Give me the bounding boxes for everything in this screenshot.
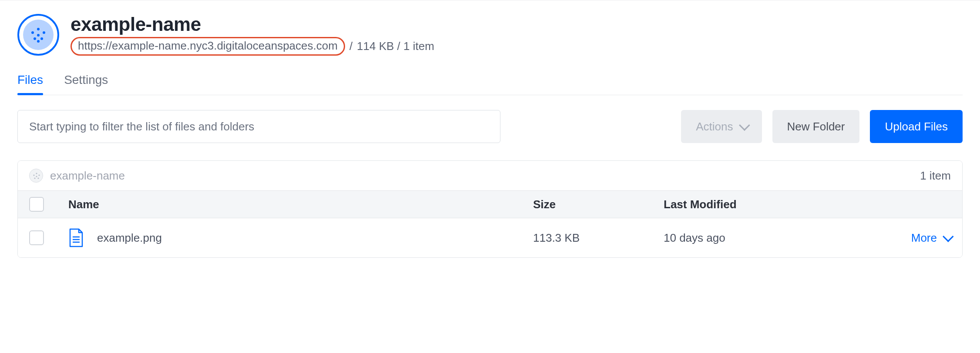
svg-point-3 <box>34 37 36 40</box>
actions-button[interactable]: Actions <box>681 110 762 143</box>
col-size[interactable]: Size <box>533 198 664 211</box>
breadcrumb-bar: example-name 1 item <box>18 161 962 190</box>
files-card: example-name 1 item Name Size Last Modif… <box>17 160 963 258</box>
bucket-subline: https://example-name.nyc3.digitaloceansp… <box>70 37 434 56</box>
breadcrumb-path[interactable]: example-name <box>50 169 125 183</box>
bucket-avatar-icon <box>23 20 54 50</box>
page-header: example-name https://example-name.nyc3.d… <box>17 13 963 56</box>
file-modified: 10 days ago <box>664 231 864 245</box>
col-name[interactable]: Name <box>68 198 533 211</box>
bucket-endpoint-highlight: https://example-name.nyc3.digitaloceansp… <box>70 37 345 56</box>
subline-separator: / <box>349 40 352 53</box>
svg-point-10 <box>34 177 35 179</box>
tabs: Files Settings <box>17 73 963 95</box>
col-modified[interactable]: Last Modified <box>664 198 864 211</box>
actions-label: Actions <box>696 120 733 133</box>
file-icon <box>68 228 84 247</box>
svg-point-5 <box>37 34 40 37</box>
filter-input[interactable] <box>17 110 500 143</box>
svg-point-1 <box>31 31 34 34</box>
toolbar: Actions New Folder Upload Files <box>17 110 963 143</box>
more-menu[interactable]: More <box>864 231 951 245</box>
chevron-down-icon <box>739 120 750 130</box>
svg-point-6 <box>37 40 40 43</box>
table-header: Name Size Last Modified <box>18 190 962 218</box>
svg-point-11 <box>37 177 39 179</box>
upload-files-button[interactable]: Upload Files <box>870 110 963 143</box>
svg-point-0 <box>37 28 40 30</box>
svg-point-12 <box>36 176 37 177</box>
bucket-avatar <box>17 14 59 56</box>
svg-point-9 <box>38 174 40 176</box>
new-folder-button[interactable]: New Folder <box>772 110 860 143</box>
file-name: example.png <box>97 231 162 245</box>
row-checkbox[interactable] <box>29 230 44 245</box>
tab-files[interactable]: Files <box>17 73 43 95</box>
select-all-checkbox[interactable] <box>29 197 44 212</box>
bucket-size-summary: 114 KB / 1 item <box>357 40 434 53</box>
file-size: 113.3 KB <box>533 231 664 245</box>
tab-settings[interactable]: Settings <box>64 73 108 95</box>
svg-point-7 <box>36 173 37 174</box>
breadcrumb-count: 1 item <box>920 169 951 183</box>
chevron-down-icon <box>943 231 953 242</box>
svg-point-4 <box>40 37 43 40</box>
more-label: More <box>911 231 937 245</box>
table-row[interactable]: example.png 113.3 KB 10 days ago More <box>18 218 962 257</box>
svg-point-2 <box>43 31 45 34</box>
svg-point-8 <box>33 174 34 176</box>
bucket-title: example-name <box>70 13 434 35</box>
bucket-breadcrumb-icon <box>29 169 43 183</box>
